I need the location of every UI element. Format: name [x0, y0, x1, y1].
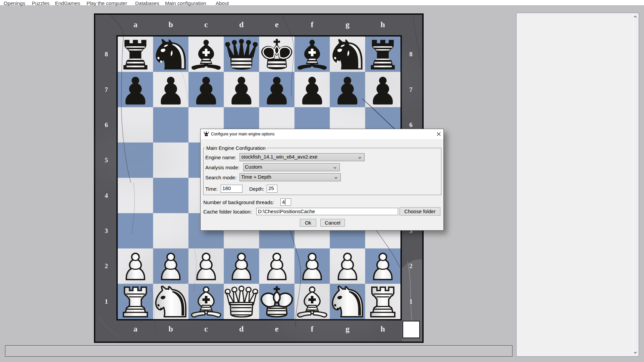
svg-text:2: 2: [105, 262, 108, 269]
svg-text:f: f: [311, 324, 314, 333]
svg-text:6: 6: [409, 121, 413, 128]
svg-text:1: 1: [105, 298, 108, 305]
svg-text:g: g: [345, 324, 350, 333]
svg-text:h: h: [381, 324, 385, 333]
svg-text:2: 2: [409, 262, 413, 269]
svg-text:8: 8: [105, 51, 108, 58]
svg-text:a: a: [133, 20, 138, 29]
svg-text:6: 6: [105, 121, 108, 128]
svg-text:g: g: [345, 20, 350, 29]
svg-text:e: e: [275, 20, 279, 29]
svg-text:8: 8: [409, 51, 413, 58]
svg-text:b: b: [168, 324, 173, 333]
svg-text:f: f: [311, 20, 314, 29]
svg-text:d: d: [239, 20, 244, 29]
svg-text:h: h: [381, 20, 385, 29]
svg-text:4: 4: [105, 192, 108, 199]
svg-text:7: 7: [409, 86, 413, 93]
svg-text:b: b: [168, 20, 173, 29]
svg-text:d: d: [239, 324, 244, 333]
svg-text:1: 1: [409, 298, 413, 305]
svg-text:5: 5: [105, 157, 108, 164]
svg-text:c: c: [204, 20, 208, 29]
svg-text:3: 3: [105, 227, 108, 234]
svg-text:a: a: [133, 324, 138, 333]
svg-text:c: c: [204, 324, 208, 333]
svg-text:e: e: [275, 324, 279, 333]
svg-text:7: 7: [105, 86, 108, 93]
